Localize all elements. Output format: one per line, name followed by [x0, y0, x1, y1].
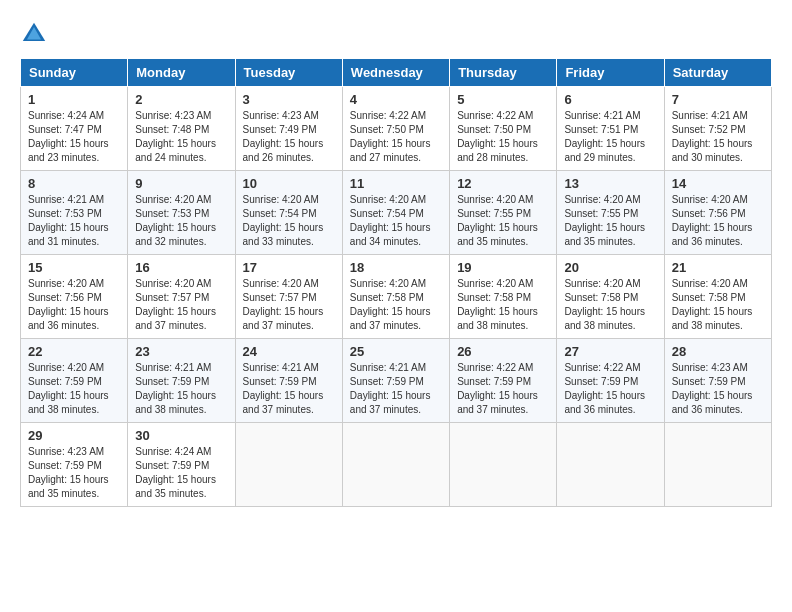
calendar-cell	[664, 423, 771, 507]
calendar-cell	[557, 423, 664, 507]
day-number: 8	[28, 176, 120, 191]
calendar-cell	[235, 423, 342, 507]
day-number: 22	[28, 344, 120, 359]
calendar-cell: 9 Sunrise: 4:20 AMSunset: 7:53 PMDayligh…	[128, 171, 235, 255]
calendar-cell: 23 Sunrise: 4:21 AMSunset: 7:59 PMDaylig…	[128, 339, 235, 423]
weekday-header-friday: Friday	[557, 59, 664, 87]
week-row-5: 29 Sunrise: 4:23 AMSunset: 7:59 PMDaylig…	[21, 423, 772, 507]
day-number: 29	[28, 428, 120, 443]
weekday-header-row: SundayMondayTuesdayWednesdayThursdayFrid…	[21, 59, 772, 87]
weekday-header-monday: Monday	[128, 59, 235, 87]
day-number: 24	[243, 344, 335, 359]
day-number: 4	[350, 92, 442, 107]
calendar-cell	[342, 423, 449, 507]
calendar-cell: 27 Sunrise: 4:22 AMSunset: 7:59 PMDaylig…	[557, 339, 664, 423]
day-info: Sunrise: 4:21 AMSunset: 7:53 PMDaylight:…	[28, 193, 120, 249]
weekday-header-wednesday: Wednesday	[342, 59, 449, 87]
day-info: Sunrise: 4:20 AMSunset: 7:57 PMDaylight:…	[135, 277, 227, 333]
calendar-cell: 11 Sunrise: 4:20 AMSunset: 7:54 PMDaylig…	[342, 171, 449, 255]
calendar-cell: 10 Sunrise: 4:20 AMSunset: 7:54 PMDaylig…	[235, 171, 342, 255]
week-row-3: 15 Sunrise: 4:20 AMSunset: 7:56 PMDaylig…	[21, 255, 772, 339]
calendar-cell: 17 Sunrise: 4:20 AMSunset: 7:57 PMDaylig…	[235, 255, 342, 339]
day-info: Sunrise: 4:23 AMSunset: 7:48 PMDaylight:…	[135, 109, 227, 165]
calendar-cell: 13 Sunrise: 4:20 AMSunset: 7:55 PMDaylig…	[557, 171, 664, 255]
day-info: Sunrise: 4:21 AMSunset: 7:51 PMDaylight:…	[564, 109, 656, 165]
calendar-cell: 26 Sunrise: 4:22 AMSunset: 7:59 PMDaylig…	[450, 339, 557, 423]
day-info: Sunrise: 4:20 AMSunset: 7:56 PMDaylight:…	[28, 277, 120, 333]
calendar-cell: 18 Sunrise: 4:20 AMSunset: 7:58 PMDaylig…	[342, 255, 449, 339]
day-number: 30	[135, 428, 227, 443]
day-info: Sunrise: 4:23 AMSunset: 7:49 PMDaylight:…	[243, 109, 335, 165]
day-info: Sunrise: 4:20 AMSunset: 7:55 PMDaylight:…	[457, 193, 549, 249]
calendar-cell: 6 Sunrise: 4:21 AMSunset: 7:51 PMDayligh…	[557, 87, 664, 171]
day-info: Sunrise: 4:20 AMSunset: 7:54 PMDaylight:…	[350, 193, 442, 249]
day-number: 25	[350, 344, 442, 359]
day-number: 12	[457, 176, 549, 191]
weekday-header-saturday: Saturday	[664, 59, 771, 87]
calendar-cell: 21 Sunrise: 4:20 AMSunset: 7:58 PMDaylig…	[664, 255, 771, 339]
calendar-cell: 8 Sunrise: 4:21 AMSunset: 7:53 PMDayligh…	[21, 171, 128, 255]
day-number: 11	[350, 176, 442, 191]
day-info: Sunrise: 4:20 AMSunset: 7:54 PMDaylight:…	[243, 193, 335, 249]
day-info: Sunrise: 4:20 AMSunset: 7:55 PMDaylight:…	[564, 193, 656, 249]
calendar-table: SundayMondayTuesdayWednesdayThursdayFrid…	[20, 58, 772, 507]
day-info: Sunrise: 4:21 AMSunset: 7:59 PMDaylight:…	[243, 361, 335, 417]
day-number: 17	[243, 260, 335, 275]
day-number: 26	[457, 344, 549, 359]
day-info: Sunrise: 4:23 AMSunset: 7:59 PMDaylight:…	[28, 445, 120, 501]
day-number: 9	[135, 176, 227, 191]
calendar-cell: 20 Sunrise: 4:20 AMSunset: 7:58 PMDaylig…	[557, 255, 664, 339]
calendar-cell: 1 Sunrise: 4:24 AMSunset: 7:47 PMDayligh…	[21, 87, 128, 171]
calendar-cell: 28 Sunrise: 4:23 AMSunset: 7:59 PMDaylig…	[664, 339, 771, 423]
day-number: 16	[135, 260, 227, 275]
day-info: Sunrise: 4:22 AMSunset: 7:59 PMDaylight:…	[457, 361, 549, 417]
day-number: 21	[672, 260, 764, 275]
calendar-cell: 15 Sunrise: 4:20 AMSunset: 7:56 PMDaylig…	[21, 255, 128, 339]
day-info: Sunrise: 4:20 AMSunset: 7:57 PMDaylight:…	[243, 277, 335, 333]
day-number: 23	[135, 344, 227, 359]
calendar-cell: 29 Sunrise: 4:23 AMSunset: 7:59 PMDaylig…	[21, 423, 128, 507]
day-info: Sunrise: 4:20 AMSunset: 7:58 PMDaylight:…	[350, 277, 442, 333]
day-number: 3	[243, 92, 335, 107]
day-number: 14	[672, 176, 764, 191]
calendar-cell: 14 Sunrise: 4:20 AMSunset: 7:56 PMDaylig…	[664, 171, 771, 255]
day-info: Sunrise: 4:21 AMSunset: 7:52 PMDaylight:…	[672, 109, 764, 165]
calendar-cell: 24 Sunrise: 4:21 AMSunset: 7:59 PMDaylig…	[235, 339, 342, 423]
calendar-cell: 5 Sunrise: 4:22 AMSunset: 7:50 PMDayligh…	[450, 87, 557, 171]
weekday-header-tuesday: Tuesday	[235, 59, 342, 87]
calendar-cell: 22 Sunrise: 4:20 AMSunset: 7:59 PMDaylig…	[21, 339, 128, 423]
week-row-1: 1 Sunrise: 4:24 AMSunset: 7:47 PMDayligh…	[21, 87, 772, 171]
calendar-cell: 25 Sunrise: 4:21 AMSunset: 7:59 PMDaylig…	[342, 339, 449, 423]
day-info: Sunrise: 4:24 AMSunset: 7:59 PMDaylight:…	[135, 445, 227, 501]
calendar-cell: 16 Sunrise: 4:20 AMSunset: 7:57 PMDaylig…	[128, 255, 235, 339]
day-number: 1	[28, 92, 120, 107]
day-number: 15	[28, 260, 120, 275]
day-number: 18	[350, 260, 442, 275]
day-number: 20	[564, 260, 656, 275]
day-number: 19	[457, 260, 549, 275]
logo-icon	[20, 20, 48, 48]
logo	[20, 20, 52, 48]
day-number: 10	[243, 176, 335, 191]
day-number: 28	[672, 344, 764, 359]
calendar-cell: 30 Sunrise: 4:24 AMSunset: 7:59 PMDaylig…	[128, 423, 235, 507]
day-number: 27	[564, 344, 656, 359]
calendar-cell: 4 Sunrise: 4:22 AMSunset: 7:50 PMDayligh…	[342, 87, 449, 171]
week-row-2: 8 Sunrise: 4:21 AMSunset: 7:53 PMDayligh…	[21, 171, 772, 255]
day-number: 5	[457, 92, 549, 107]
day-info: Sunrise: 4:20 AMSunset: 7:59 PMDaylight:…	[28, 361, 120, 417]
calendar-cell: 12 Sunrise: 4:20 AMSunset: 7:55 PMDaylig…	[450, 171, 557, 255]
day-info: Sunrise: 4:22 AMSunset: 7:50 PMDaylight:…	[457, 109, 549, 165]
day-info: Sunrise: 4:21 AMSunset: 7:59 PMDaylight:…	[350, 361, 442, 417]
day-number: 6	[564, 92, 656, 107]
calendar-cell: 3 Sunrise: 4:23 AMSunset: 7:49 PMDayligh…	[235, 87, 342, 171]
calendar-body: 1 Sunrise: 4:24 AMSunset: 7:47 PMDayligh…	[21, 87, 772, 507]
day-info: Sunrise: 4:22 AMSunset: 7:59 PMDaylight:…	[564, 361, 656, 417]
calendar-cell: 19 Sunrise: 4:20 AMSunset: 7:58 PMDaylig…	[450, 255, 557, 339]
calendar-cell: 2 Sunrise: 4:23 AMSunset: 7:48 PMDayligh…	[128, 87, 235, 171]
weekday-header-sunday: Sunday	[21, 59, 128, 87]
day-info: Sunrise: 4:20 AMSunset: 7:56 PMDaylight:…	[672, 193, 764, 249]
week-row-4: 22 Sunrise: 4:20 AMSunset: 7:59 PMDaylig…	[21, 339, 772, 423]
day-info: Sunrise: 4:24 AMSunset: 7:47 PMDaylight:…	[28, 109, 120, 165]
day-number: 13	[564, 176, 656, 191]
